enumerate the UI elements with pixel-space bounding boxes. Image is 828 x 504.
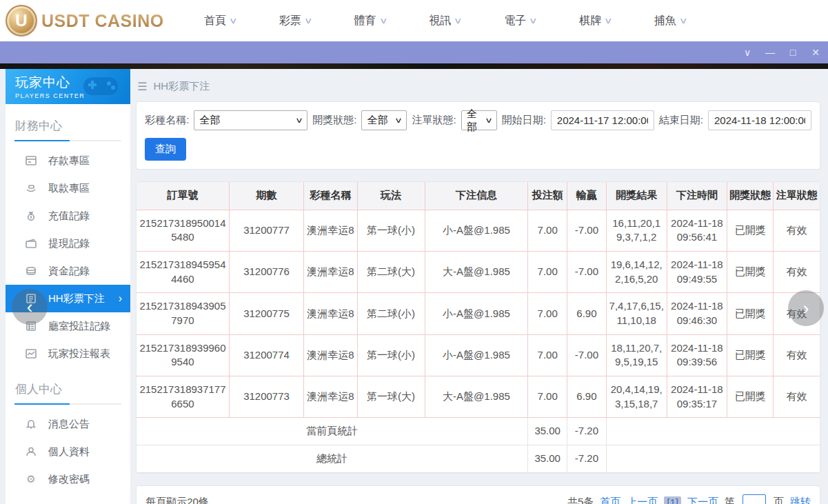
sidebar-item-funds-record[interactable]: 資金記錄 (6, 257, 130, 285)
lottery-name-cell: 澳洲幸运8 (304, 210, 357, 251)
recharge-record-icon (25, 211, 37, 221)
end-date-input[interactable] (708, 110, 811, 130)
table-row: 2152173189399609540 31200774 澳洲幸运8 第一球(小… (137, 334, 820, 376)
sidebar-item-recharge-record[interactable]: 充值記錄 (6, 202, 130, 230)
bet-info-cell: 小-A盤@1.985 (425, 334, 528, 376)
pagination-bar: 每頁顯示20條 共5条 首页 上一页 [1] 下一页 第 页 跳转 (136, 485, 820, 504)
period-cell: 31200774 (229, 334, 303, 376)
order-status-cell: 有效 (774, 210, 820, 251)
page-number-input[interactable] (743, 494, 766, 504)
column-header: 開獎狀態 (727, 182, 774, 210)
sidebar-item-withdraw[interactable]: 取款專區 (6, 174, 130, 202)
section-personal-center: 個人中心 消息公告 個人資料 ⚙ 修改密碼 (6, 379, 130, 493)
bet-time-cell: 2024-11-18 09:46:30 (667, 293, 727, 334)
chevron-down-icon: ∨ (454, 16, 463, 26)
bet-info-cell: 大-A盤@1.985 (425, 251, 528, 292)
bet-amount-cell: 7.00 (528, 293, 567, 334)
column-header: 注單狀態 (774, 182, 820, 210)
menu-item-sports[interactable]: 體育∨ (354, 14, 387, 28)
menu-item-cards[interactable]: 棋牌∨ (579, 14, 612, 28)
order-no-cell: 2152173189459544460 (137, 251, 229, 292)
menu-item-fishing[interactable]: 捕魚∨ (654, 14, 687, 28)
bet-amount-cell: 7.00 (528, 251, 567, 292)
minimize-button[interactable]: — (765, 47, 776, 58)
column-header: 訂單號 (137, 182, 229, 210)
maximize-button[interactable]: □ (787, 47, 798, 58)
period-cell: 31200773 (229, 376, 303, 418)
grand-summary-row: 總統計 35.00 -7.20 (137, 445, 820, 473)
brand-logo[interactable]: U USDT CASINO (6, 5, 164, 37)
jump-action-link[interactable]: 跳转 (790, 496, 811, 504)
draw-status-cell: 已開獎 (727, 376, 774, 418)
bet-time-cell: 2024-11-18 09:49:55 (667, 251, 727, 292)
window-controls: ∨ — □ ✕ (742, 47, 821, 58)
column-header: 玩法 (357, 182, 425, 210)
chevron-down-icon: ∨ (229, 16, 238, 26)
start-date-label: 開始日期: (502, 114, 546, 127)
chevron-down-icon: ∨ (529, 16, 538, 26)
lottery-name-label: 彩種名稱: (145, 114, 189, 127)
table-row: 2152173189371776650 31200773 澳洲幸运8 第一球(大… (137, 376, 820, 418)
search-button[interactable]: 查詢 (145, 138, 186, 161)
menu-toggle-icon[interactable]: ☰ (137, 80, 147, 93)
bet-info-cell: 小-A盤@1.985 (425, 293, 528, 334)
sidebar-item-bet-report[interactable]: 玩家投注報表 (6, 340, 130, 367)
breadcrumb: ☰ HH彩票下注 (137, 80, 820, 93)
bet-amount-cell: 7.00 (528, 210, 567, 251)
expand-panel-button[interactable]: › (788, 290, 824, 326)
bet-time-cell: 2024-11-18 09:56:41 (667, 210, 727, 251)
chevron-down-icon[interactable]: ∨ (742, 47, 753, 58)
bet-time-cell: 2024-11-18 09:35:17 (667, 376, 727, 418)
order-status-cell: 有效 (774, 376, 820, 418)
collapse-sidebar-button[interactable]: ‹ (12, 289, 48, 325)
winloss-cell: 6.90 (567, 376, 607, 418)
sidebar-item-deposit[interactable]: 存款專區 (6, 147, 130, 174)
chevron-down-icon: ∨ (485, 116, 493, 125)
table-row: 2152173189500145480 31200777 澳洲幸运8 第一球(小… (137, 210, 820, 251)
play-type-cell: 第一球(大) (357, 376, 425, 418)
next-page-link[interactable]: 下一页 (687, 496, 718, 504)
lottery-name-cell: 澳洲幸运8 (304, 251, 357, 292)
main-menu: 首頁∨ 彩票∨ 體育∨ 視訊∨ 電子∨ 棋牌∨ 捕魚∨ (204, 14, 687, 28)
chevron-down-icon: ∨ (378, 16, 387, 26)
draw-status-select[interactable]: 全部 ∨ (361, 110, 407, 130)
top-navbar: U USDT CASINO 首頁∨ 彩票∨ 體育∨ 視訊∨ 電子∨ 棋牌∨ 捕魚… (0, 0, 828, 41)
draw-status-cell: 已開獎 (727, 251, 774, 292)
sidebar-item-cashout-record[interactable]: 提現記錄 (6, 230, 130, 257)
menu-item-home[interactable]: 首頁∨ (204, 14, 236, 28)
close-button[interactable]: ✕ (810, 47, 821, 58)
withdraw-icon (25, 183, 37, 193)
column-header: 下注信息 (425, 182, 528, 210)
prev-page-link[interactable]: 上一页 (627, 496, 658, 504)
menu-item-slots[interactable]: 電子∨ (504, 14, 536, 28)
chevron-down-icon: ∨ (304, 16, 313, 26)
order-no-cell: 2152173189439057970 (137, 293, 229, 334)
column-header: 輸贏 (567, 182, 607, 210)
summary-label: 總統計 (137, 445, 528, 473)
lottery-name-select[interactable]: 全部 ∨ (194, 110, 307, 130)
column-header: 下注時間 (667, 182, 727, 210)
sidebar-item-change-password[interactable]: ⚙ 修改密碼 (6, 465, 130, 493)
chevron-right-icon: › (119, 292, 122, 305)
menu-item-lottery[interactable]: 彩票∨ (279, 14, 312, 28)
sidebar: 玩家中心 PLAYERS CENTER 財務中心 存款專區 (6, 69, 130, 504)
first-page-link[interactable]: 首页 (600, 496, 620, 504)
section-title: 個人中心 (6, 379, 130, 403)
cashout-record-icon (25, 239, 37, 248)
section-title: 財務中心 (6, 115, 130, 140)
order-status-select[interactable]: 全部 ∨ (461, 110, 497, 130)
column-header: 彩種名稱 (304, 182, 357, 210)
sidebar-item-announcements[interactable]: 消息公告 (6, 410, 130, 438)
sidebar-item-profile[interactable]: 個人資料 (6, 438, 130, 465)
draw-status-cell: 已開獎 (727, 210, 774, 251)
gear-icon: ⚙ (25, 473, 37, 485)
period-cell: 31200775 (229, 293, 303, 334)
end-date-label: 結束日期: (659, 114, 703, 127)
jump-prefix-label: 第 (725, 496, 735, 504)
bets-table-panel: 訂單號 期數 彩種名稱 玩法 下注信息 投注額 輸贏 開獎結果 下注時間 開獎狀… (136, 181, 820, 474)
menu-item-live[interactable]: 視訊∨ (429, 14, 461, 28)
chevron-down-icon: ∨ (679, 16, 688, 26)
play-type-cell: 第一球(小) (357, 334, 425, 376)
summary-label: 當前頁統計 (137, 418, 528, 445)
start-date-input[interactable] (551, 110, 654, 130)
